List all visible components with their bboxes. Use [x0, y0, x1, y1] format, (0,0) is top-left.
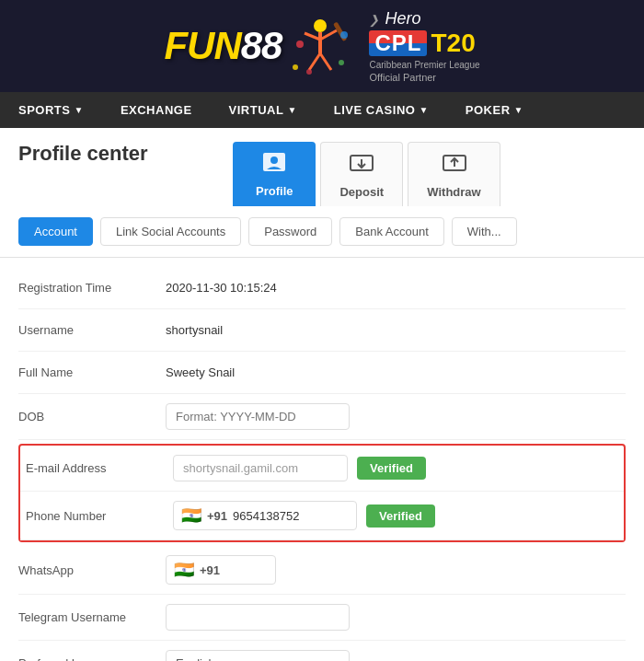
nav-virtual[interactable]: VIRTUAL ▼ [211, 92, 316, 128]
field-fullname: Full Name Sweety Snail [18, 352, 626, 394]
svg-line-5 [320, 53, 331, 70]
page-title: Profile center [18, 142, 214, 175]
subnav-link-social[interactable]: Link Social Accounts [100, 217, 241, 246]
sub-navigation: Account Link Social Accounts Password Ba… [0, 206, 644, 258]
phone-number-value: 9654138752 [233, 509, 299, 523]
cricket-mascot [291, 17, 351, 76]
tab-withdraw[interactable]: Withdraw [408, 142, 500, 206]
nav-poker[interactable]: POKER ▼ [447, 92, 542, 128]
label-email: E-mail Address [26, 461, 173, 475]
nav-exchange[interactable]: EXCHANGE [102, 92, 211, 128]
logo-area: FUN88 [164, 17, 351, 76]
subnav-with[interactable]: With... [452, 217, 517, 246]
subnav-password[interactable]: Password [248, 217, 332, 246]
field-whatsapp: WhatsApp 🇮🇳 +91 [18, 546, 626, 595]
cpl-text: CPL [374, 32, 421, 54]
india-flag-icon: 🇮🇳 [181, 505, 201, 526]
cpl-block: CPL [369, 30, 427, 56]
svg-point-0 [314, 19, 327, 32]
cpl-row: CPL T20 [369, 29, 475, 58]
value-registration-time: 2020-11-30 10:15:24 [166, 281, 277, 295]
svg-point-7 [296, 41, 304, 48]
field-dob: DOB [18, 394, 626, 440]
field-email: E-mail Address Verified [20, 446, 624, 492]
svg-point-13 [270, 157, 278, 164]
label-phone: Phone Number [26, 509, 173, 523]
nav-live-casino[interactable]: LIVE CASINO ▼ [316, 92, 447, 128]
phone-verified-badge: Verified [366, 504, 435, 528]
chevron-down-icon: ▼ [514, 105, 523, 115]
nav-sports[interactable]: SPORTS ▼ [0, 92, 102, 128]
chevron-down-icon: ▼ [287, 105, 296, 115]
subnav-bank-account[interactable]: Bank Account [339, 217, 444, 246]
chevron-down-icon: ▼ [419, 105, 428, 115]
label-language: Preferred Language [18, 656, 166, 661]
official-partner-label: Official Partner [369, 72, 436, 83]
svg-line-4 [309, 53, 320, 70]
field-telegram: Telegram Username [18, 595, 626, 641]
tab-profile[interactable]: Profile [233, 142, 316, 206]
label-registration-time: Registration Time [18, 281, 166, 295]
chevron-down-icon: ▼ [74, 105, 83, 115]
profile-tab-icon [261, 149, 287, 180]
profile-header: Profile center Profile [18, 142, 626, 206]
tab-bar: Profile Deposit [233, 142, 626, 206]
verified-fields-group: E-mail Address Verified Phone Number 🇮🇳 … [18, 444, 626, 542]
tab-deposit[interactable]: Deposit [320, 142, 403, 206]
field-registration-time: Registration Time 2020-11-30 10:15:24 [18, 267, 626, 309]
label-fullname: Full Name [18, 365, 166, 379]
subnav-account[interactable]: Account [18, 217, 93, 246]
label-telegram: Telegram Username [18, 610, 166, 624]
svg-point-8 [339, 60, 344, 65]
svg-point-11 [306, 69, 312, 75]
field-phone: Phone Number 🇮🇳 +91 9654138752 Verified [20, 492, 624, 540]
svg-point-10 [340, 31, 348, 39]
phone-input-wrap[interactable]: 🇮🇳 +91 9654138752 [173, 501, 357, 530]
cpl-logo-section: ❯ Hero CPL T20 Caribbean Premier League … [369, 9, 479, 83]
t20-text: T20 [431, 29, 475, 58]
tab-profile-label: Profile [256, 184, 293, 198]
label-username: Username [18, 323, 166, 337]
label-whatsapp: WhatsApp [18, 563, 166, 577]
deposit-tab-icon [349, 150, 374, 181]
whatsapp-flag-icon: 🇮🇳 [174, 560, 194, 580]
label-dob: DOB [18, 410, 166, 423]
site-header: FUN88 ❯ Hero CPL T20 [0, 0, 644, 92]
svg-line-2 [305, 33, 320, 40]
language-select[interactable]: English Hindi Bengali Tamil Telugu [166, 650, 350, 661]
email-input[interactable] [173, 455, 348, 481]
svg-line-3 [320, 30, 337, 40]
svg-point-9 [293, 64, 298, 70]
whatsapp-input-wrap[interactable]: 🇮🇳 +91 [166, 555, 276, 585]
caribbean-label: Caribbean Premier League [369, 60, 479, 70]
fun88-logo: FUN88 [164, 24, 282, 68]
whatsapp-code: +91 [200, 563, 220, 577]
telegram-input[interactable] [166, 604, 350, 631]
tab-deposit-label: Deposit [339, 185, 384, 199]
hero-label: ❯ Hero [369, 9, 420, 29]
dob-input[interactable] [166, 403, 350, 430]
profile-section: Profile center Profile [0, 128, 644, 206]
value-username: shortysnail [166, 323, 223, 337]
main-nav: SPORTS ▼ EXCHANGE VIRTUAL ▼ LIVE CASINO … [0, 92, 644, 128]
value-fullname: Sweety Snail [166, 365, 235, 379]
withdraw-tab-icon [442, 150, 467, 181]
account-form: Registration Time 2020-11-30 10:15:24 Us… [0, 258, 644, 661]
tab-withdraw-label: Withdraw [427, 185, 480, 199]
phone-code: +91 [207, 509, 227, 523]
field-username: Username shortysnail [18, 309, 626, 352]
field-language: Preferred Language English Hindi Bengali… [18, 641, 626, 661]
email-verified-badge: Verified [357, 457, 426, 480]
